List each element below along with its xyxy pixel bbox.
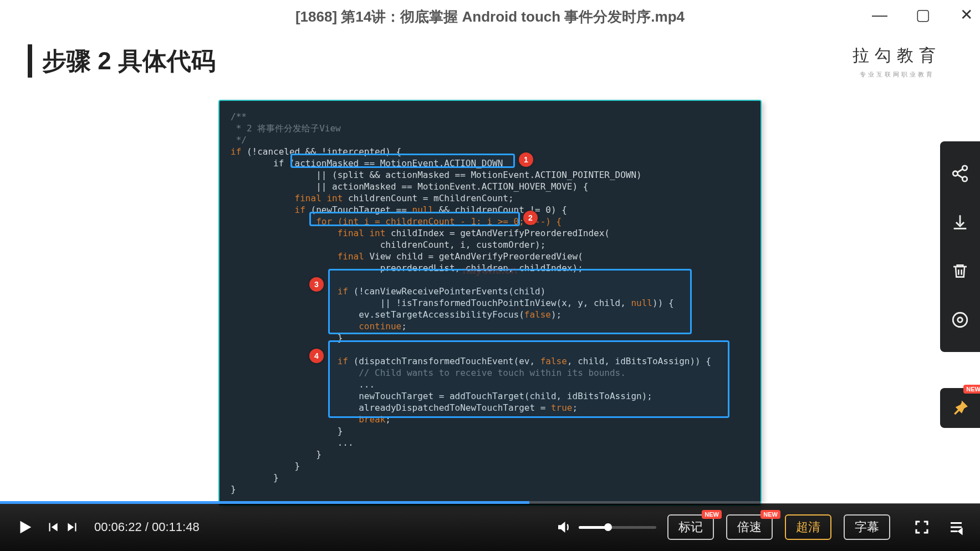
brand-logo: 拉勾教育 专业互联网职业教育 (853, 44, 941, 79)
quality-button[interactable]: 超清 (785, 514, 831, 540)
minimize-button[interactable]: — (871, 6, 888, 24)
callout-badge-3: 3 (309, 277, 324, 292)
speed-new-badge: NEW (760, 510, 780, 519)
duration: 00:11:48 (152, 520, 200, 534)
right-icon-group (913, 519, 964, 535)
gear-icon (951, 310, 969, 329)
window-controls: — ▢ ✕ (871, 6, 974, 24)
share-icon (951, 164, 969, 183)
skip-prev-icon (45, 520, 60, 534)
svg-point-1 (953, 171, 958, 176)
mute-button[interactable] (555, 519, 572, 535)
playlist-button[interactable] (948, 519, 964, 535)
mark-button[interactable]: 标记 NEW (667, 514, 714, 540)
highlight-box-3 (328, 269, 692, 334)
svg-line-3 (957, 169, 963, 172)
highlight-box-1 (290, 154, 515, 168)
fullscreen-button[interactable] (913, 519, 930, 535)
svg-point-5 (958, 318, 963, 323)
svg-point-0 (962, 166, 967, 171)
slide-heading: 步骤 2 具体代码 (28, 44, 952, 78)
svg-point-2 (962, 177, 967, 182)
heading-text: 步骤 2 具体代码 (42, 45, 216, 78)
skip-controls (45, 520, 80, 534)
previous-button[interactable] (45, 520, 60, 534)
download-icon (951, 213, 969, 232)
callout-badge-1: 1 (519, 152, 533, 167)
play-icon (16, 518, 34, 537)
maximize-button[interactable]: ▢ (915, 6, 931, 24)
speed-button[interactable]: 倍速 NEW (726, 514, 773, 540)
volume-thumb[interactable] (604, 523, 612, 531)
play-button[interactable] (16, 518, 34, 537)
volume-icon (555, 519, 572, 535)
pin-button[interactable]: NEW (940, 388, 980, 428)
pin-icon (951, 399, 969, 417)
pin-new-badge: NEW (963, 385, 980, 394)
player-controls-bar: 00:06:22 / 00:11:48 标记 NEW 倍速 NEW 超清 (0, 503, 980, 551)
chip-group: 标记 NEW 倍速 NEW 超清 字幕 (667, 514, 890, 540)
svg-point-6 (953, 313, 967, 327)
trash-icon (951, 262, 969, 280)
watermark-text: nayone.cn (463, 264, 518, 277)
share-button[interactable] (940, 149, 980, 198)
window-title: [1868] 第14讲：彻底掌握 Android touch 事件分发时序.mp… (295, 7, 685, 27)
brand-sub: 专业互联网职业教育 (853, 70, 941, 79)
brand-main: 拉勾教育 (853, 44, 941, 67)
close-button[interactable]: ✕ (958, 6, 974, 24)
mark-new-badge: NEW (702, 510, 722, 519)
time-display: 00:06:22 / 00:11:48 (94, 520, 200, 534)
current-time: 00:06:22 (94, 520, 142, 534)
progress-fill (0, 501, 529, 504)
title-bar: [1868] 第14讲：彻底掌握 Android touch 事件分发时序.mp… (0, 0, 980, 33)
volume-slider[interactable] (579, 526, 656, 529)
svg-line-4 (957, 175, 963, 178)
volume-control (555, 519, 656, 535)
side-toolbar (940, 141, 980, 352)
download-button[interactable] (940, 198, 980, 247)
app-window: [1868] 第14讲：彻底掌握 Android touch 事件分发时序.mp… (0, 0, 980, 551)
settings-button[interactable] (940, 295, 980, 344)
callout-badge-2: 2 (523, 211, 538, 225)
playlist-icon (948, 519, 964, 535)
skip-next-icon (65, 520, 80, 534)
code-card: /** * 2 将事件分发给子View */ if (!canceled && … (218, 100, 762, 506)
heading-bar (28, 44, 32, 78)
next-button[interactable] (65, 520, 80, 534)
progress-track[interactable] (0, 501, 980, 504)
subtitle-button[interactable]: 字幕 (844, 514, 890, 540)
delete-button[interactable] (940, 247, 980, 295)
callout-badge-4: 4 (309, 349, 324, 363)
highlight-box-4 (328, 340, 729, 418)
highlight-box-2 (309, 212, 520, 226)
fullscreen-icon (913, 519, 930, 535)
